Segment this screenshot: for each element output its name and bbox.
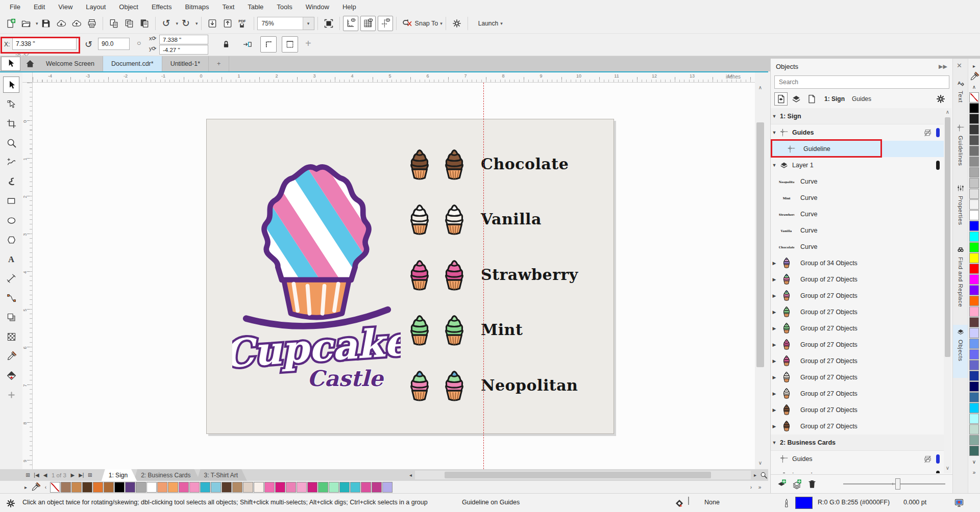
show-grid-toggle[interactable]	[360, 16, 376, 31]
tool-transparency[interactable]	[3, 328, 19, 345]
bottom-swatch-20[interactable]	[275, 482, 285, 493]
bottom-swatch-29[interactable]	[372, 482, 382, 493]
tree-row-curve-7[interactable]: Vanilla Curve	[771, 222, 944, 239]
right-swatch-14[interactable]	[969, 253, 979, 263]
bottom-swatch-28[interactable]	[361, 482, 371, 493]
right-swatch-24[interactable]	[969, 360, 979, 370]
right-swatch-26[interactable]	[969, 381, 979, 392]
page-tab-2-business-cards[interactable]: 2: Business Cards	[134, 469, 200, 481]
right-swatch-30[interactable]	[969, 424, 979, 434]
layer-opacity-slider[interactable]	[843, 478, 945, 490]
expand-icon[interactable]: ▼	[771, 440, 778, 445]
add-page-end-button[interactable]: ⊞	[86, 470, 94, 480]
scroll-down-icon[interactable]: ∨	[755, 460, 766, 466]
right-swatch-17[interactable]	[969, 285, 979, 295]
canvas-horizontal-scrollbar[interactable]	[415, 471, 751, 479]
tool-interactive-fill[interactable]	[3, 367, 19, 383]
right-swatch-12[interactable]	[969, 232, 979, 242]
bottom-swatch-6[interactable]	[125, 482, 135, 493]
tree-row-group-of-34-objects-9[interactable]: ▶ Group of 34 Objects	[771, 255, 944, 271]
fullscreen-preview-button[interactable]	[321, 16, 336, 31]
right-swatch-18[interactable]	[969, 296, 979, 306]
objects-options-gear-icon[interactable]	[934, 92, 947, 106]
right-swatch-29[interactable]	[969, 414, 979, 424]
show-guidelines-toggle[interactable]	[378, 16, 393, 31]
bottom-swatch-13[interactable]	[200, 482, 210, 493]
menu-layout[interactable]: Layout	[79, 0, 112, 13]
bottom-swatch-24[interactable]	[318, 482, 328, 493]
bottom-swatch-25[interactable]	[329, 482, 339, 493]
tool-shape[interactable]	[3, 96, 19, 112]
menu-object[interactable]: Object	[112, 0, 145, 13]
tree-row-group-of-27-objects-19[interactable]: ▶ Group of 27 Objects	[771, 418, 944, 434]
tree-scroll-up-icon[interactable]: ∧	[944, 108, 951, 115]
tree-row-guides-21[interactable]: Guides	[771, 451, 944, 467]
layer-section-1-sign-0[interactable]: ▼1: Sign	[771, 108, 944, 124]
opacity-slider-thumb[interactable]	[895, 478, 900, 490]
menu-file[interactable]: File	[3, 0, 27, 13]
bottom-swatch-3[interactable]	[93, 482, 103, 493]
tree-scroll-down-icon[interactable]: ∨	[944, 465, 951, 471]
bottom-swatch-23[interactable]	[307, 482, 317, 493]
right-swatch-5[interactable]	[969, 157, 979, 167]
tree-row-curve-5[interactable]: Mint Curve	[771, 190, 944, 206]
publish-pdf-button[interactable]: PDF	[235, 16, 251, 31]
bottom-swatch-4[interactable]	[104, 482, 114, 493]
tree-row-group-of-27-objects-16[interactable]: ▶ Group of 27 Objects	[771, 369, 944, 386]
bottom-swatch-22[interactable]	[297, 482, 307, 493]
default-palette-expand-icon[interactable]: »	[970, 467, 978, 478]
redo-icon[interactable]: ↻	[178, 16, 193, 31]
center-of-rotation-icon[interactable]: ○	[137, 39, 141, 47]
palette-scroll-right-icon[interactable]: ›	[747, 482, 755, 493]
right-swatch-0[interactable]	[969, 103, 979, 113]
tool-add-tools[interactable]	[3, 387, 19, 403]
new-document-button[interactable]	[3, 16, 18, 31]
breadcrumb-sublayer[interactable]: Guides	[852, 95, 871, 103]
view-layers-objects-button[interactable]	[790, 92, 803, 106]
export-button[interactable]	[220, 16, 235, 31]
bottom-swatch-9[interactable]	[157, 482, 167, 493]
objects-search-input[interactable]	[774, 75, 949, 89]
tool-artistic-media[interactable]	[3, 173, 19, 190]
view-objects-button[interactable]	[805, 92, 818, 106]
bottom-swatch-5[interactable]	[114, 482, 125, 493]
add-page-start-button[interactable]: ⊞	[23, 470, 32, 480]
tree-row-curve-6[interactable]: Strawberry Curve	[771, 206, 944, 222]
scroll-up-icon[interactable]: ∧	[755, 83, 766, 92]
expand-icon[interactable]: ▶	[771, 359, 778, 364]
delete-button[interactable]	[804, 476, 820, 492]
snap-to-edge-button[interactable]	[240, 37, 255, 52]
breadcrumb-layer[interactable]: 1: Sign	[824, 95, 845, 103]
flavor-cupcake-mint-1[interactable]	[405, 315, 434, 349]
tree-row-guideline-2[interactable]: Guideline	[771, 141, 944, 157]
vertical-ruler[interactable]	[22, 83, 33, 469]
flavor-cupcake-mint-2[interactable]	[439, 315, 469, 349]
bottom-swatch-19[interactable]	[264, 482, 275, 493]
tree-scroll-thumb[interactable]	[945, 117, 950, 357]
tree-row-curve-8[interactable]: Chocolate Curve	[771, 239, 944, 255]
expand-icon[interactable]: ▶	[771, 342, 778, 347]
menu-window[interactable]: Window	[299, 0, 336, 13]
right-swatch-22[interactable]	[969, 339, 979, 349]
next-page-button[interactable]: ▶	[68, 470, 77, 480]
new-master-layer-button[interactable]	[789, 476, 804, 492]
lock-guideline-button[interactable]	[218, 37, 234, 52]
flavor-cupcake-neopolitan-1[interactable]	[405, 370, 434, 404]
tool-rectangle[interactable]	[3, 193, 19, 209]
print-button[interactable]	[84, 16, 100, 31]
tree-row-curve-4[interactable]: Neopolitan Curve	[771, 173, 944, 190]
launch-caret[interactable]: ▾	[500, 21, 503, 26]
doc-tab-welcome-screen[interactable]: Welcome Screen	[38, 56, 103, 71]
save-button[interactable]	[38, 16, 54, 31]
layer-color-pill[interactable]	[936, 454, 940, 464]
right-swatch-32[interactable]	[969, 446, 979, 456]
default-palette-scroll-up-icon[interactable]: ∧	[970, 82, 978, 92]
redo-dropdown-caret[interactable]: ▾	[195, 21, 198, 26]
vertical-scroll-thumb[interactable]	[756, 122, 764, 367]
first-page-button[interactable]: |◀	[32, 470, 41, 480]
cupcake-castle-logo[interactable]: Cupcake Castle	[232, 158, 401, 398]
tree-row-group-of-27-objects-13[interactable]: ▶ Group of 27 Objects	[771, 320, 944, 337]
hscroll-right-icon[interactable]: ▸	[751, 470, 760, 480]
view-pages-layers-objects-button[interactable]	[774, 92, 788, 106]
bottom-swatch-17[interactable]	[243, 482, 253, 493]
